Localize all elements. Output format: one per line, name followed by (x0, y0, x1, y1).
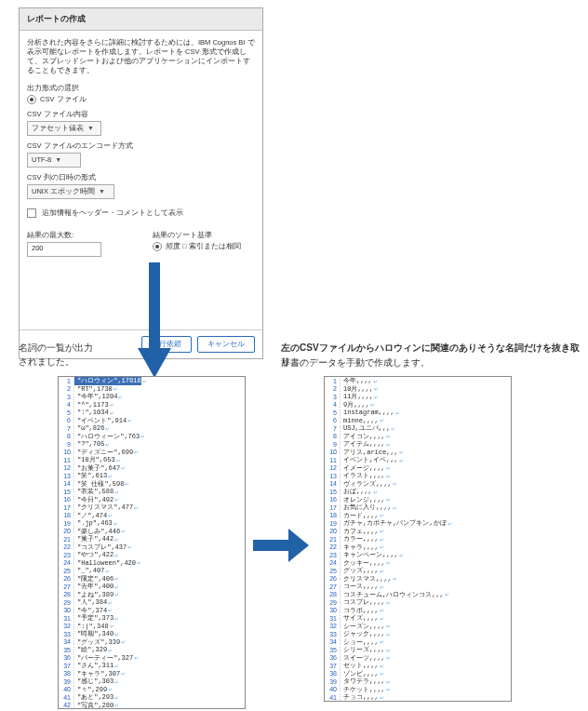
dialog-title: レポートの作成 (20, 8, 262, 31)
line-number: 32 (325, 623, 341, 629)
crlf-icon: ↵ (114, 552, 119, 558)
crlf-icon: ↵ (127, 543, 132, 550)
crlf-icon: ↵ (114, 575, 119, 582)
crlf-icon: ↵ (379, 584, 384, 590)
line-number: 30 (59, 607, 74, 613)
crlf-icon: ↵ (444, 591, 449, 597)
crlf-icon: ↵ (379, 663, 384, 669)
crlf-icon: ↵ (398, 449, 404, 455)
line-number: 41 (325, 694, 341, 701)
encoding-select[interactable]: UTF-8 ▼ (27, 153, 81, 168)
line-number: 1 (59, 378, 74, 384)
sort-option: 頻度 □ 索引または相関 (166, 242, 241, 251)
line-number: 6 (59, 417, 74, 423)
line-number: 19 (325, 520, 341, 527)
line-number: 2 (59, 385, 74, 392)
crlf-icon: ↵ (385, 441, 391, 448)
crlf-icon: ↵ (120, 670, 126, 677)
line-number: 19 (59, 520, 74, 527)
line-number: 23 (325, 552, 341, 558)
date-format-select[interactable]: UNIX エポック時間 ▼ (27, 184, 114, 199)
crlf-icon: ↵ (379, 528, 384, 534)
crlf-icon: ↵ (385, 464, 391, 471)
line-number: 7 (325, 425, 341, 432)
csv-content-label: CSV ファイル内容 (27, 110, 255, 119)
line-number: 4 (325, 401, 341, 408)
header-comment-checkbox-row[interactable]: 追加情報をヘッダー・コメントとして表示 (27, 208, 255, 218)
crlf-icon: ↵ (114, 663, 119, 669)
line-number: 9 (59, 441, 74, 448)
crlf-icon: ↵ (392, 480, 397, 487)
list-item: 24"Halloween",420↵ (59, 559, 245, 568)
crlf-icon: ↵ (379, 568, 384, 574)
crlf-icon: ↵ (107, 647, 113, 653)
line-number: 25 (59, 568, 74, 574)
encoding-label: CSV ファイルのエンコード方式 (27, 141, 255, 151)
list-item: 1"ハロウィン",17818↵ (59, 377, 245, 385)
left-caption: 名詞の一覧が出力 されました。 (19, 341, 93, 369)
right-caption-2: 辞書のデータを手動で作成します。 (281, 356, 430, 369)
line-number: 17 (325, 504, 341, 511)
crlf-icon: ↵ (114, 678, 119, 685)
line-text: "写真",280 (74, 701, 114, 709)
line-number: 41 (59, 694, 74, 701)
arrow-right-icon (253, 529, 309, 562)
line-number: 18 (59, 512, 74, 518)
list-item: 23"やつ",422↵ (59, 551, 245, 559)
crlf-icon: ↵ (447, 520, 452, 527)
line-number: 38 (59, 670, 74, 677)
crlf-icon: ↵ (114, 615, 119, 622)
list-item: 5instagram,,,,↵ (325, 409, 511, 417)
line-number: 24 (325, 559, 341, 566)
crlf-icon: ↵ (104, 568, 110, 574)
line-text: "イベント",914 (74, 416, 127, 425)
crlf-icon: ↵ (120, 464, 126, 471)
max-results-group: 結果の最大数: 200 (27, 225, 101, 257)
csv-content-select[interactable]: ファセット値表 ▼ (27, 121, 101, 136)
line-number: 42 (59, 702, 74, 708)
line-number: 34 (59, 638, 74, 645)
cancel-button[interactable]: キャンセル (197, 336, 255, 353)
line-number: 29 (325, 599, 341, 606)
max-results-input[interactable]: 200 (27, 242, 101, 257)
crlf-icon: ↵ (114, 489, 119, 495)
list-item: 49月,,,,↵ (325, 401, 511, 409)
crlf-icon: ↵ (124, 480, 129, 487)
crlf-icon: ↵ (379, 670, 384, 677)
line-text: "ハロウィン",17818 (74, 376, 141, 385)
line-number: 6 (325, 417, 341, 423)
output-format-label: 出力形式の選択 (27, 84, 255, 93)
chevron-down-icon: ▼ (99, 188, 105, 195)
line-number: 8 (59, 433, 74, 439)
line-number: 22 (325, 543, 341, 550)
line-number: 13 (59, 473, 74, 479)
line-number: 22 (59, 543, 74, 550)
csv-output-list[interactable]: 1"ハロウィン",17818↵2"RT",1730↵3"今年",1204↵4"^… (58, 376, 246, 709)
line-number: 18 (325, 512, 341, 518)
line-text: 9月,,,, (341, 400, 369, 409)
chevron-down-icon: ▼ (55, 156, 61, 163)
list-item: 42"写真",280↵ (59, 702, 245, 710)
list-item: 18"ノ",474↵ (59, 512, 245, 520)
crlf-icon: ↵ (379, 417, 384, 423)
list-item: 4"^",1173↵ (59, 401, 245, 409)
line-text: "^",1173 (74, 401, 109, 409)
line-number: 25 (325, 568, 341, 574)
crlf-icon: ↵ (372, 489, 378, 495)
output-format-radio[interactable]: CSV ファイル (27, 95, 255, 104)
line-number: 10 (325, 449, 341, 455)
line-number: 17 (59, 504, 74, 511)
sort-radio[interactable]: 頻度 □ 索引または相関 (153, 242, 255, 251)
crlf-icon: ↵ (140, 433, 145, 439)
crlf-icon: ↵ (133, 449, 139, 455)
line-number: 12 (59, 464, 74, 471)
line-number: 24 (59, 559, 74, 566)
line-number: 1 (325, 378, 341, 384)
crlf-icon: ↵ (107, 473, 113, 479)
dictionary-list[interactable]: 1今年,,,,↵210月,,,,↵311月,,,,↵49月,,,,↵5insta… (324, 376, 512, 702)
line-number: 28 (325, 591, 341, 597)
line-text: "今年",1204 (74, 392, 117, 401)
crlf-icon: ↵ (379, 512, 384, 518)
crlf-icon: ↵ (379, 638, 384, 645)
line-number: 36 (59, 654, 74, 661)
